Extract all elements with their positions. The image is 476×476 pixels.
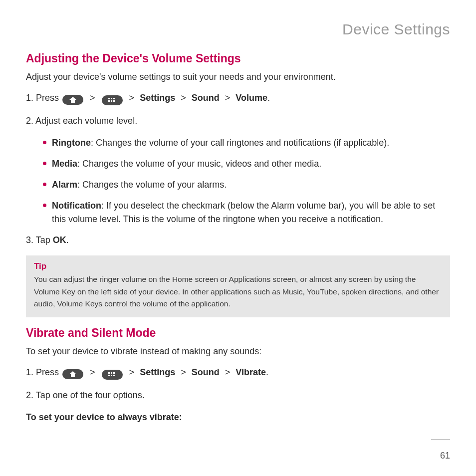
sep: > [129,93,135,103]
path-sound: Sound [192,367,220,377]
svg-rect-6 [108,372,110,374]
path-settings: Settings [140,93,175,103]
list-item: Ringtone: Changes the volume of your cal… [43,136,450,149]
svg-rect-9 [108,375,110,376]
intro-text-2: To set your device to vibrate instead of… [26,345,450,358]
svg-rect-3 [108,100,110,102]
step-3: 3. Tap OK. [26,234,450,246]
path-vibrate: Vibrate [236,367,266,377]
home-key-icon [62,369,83,379]
path-settings: Settings [140,367,175,377]
step-1: 1. Press > > Settings > Sound > Volume. [26,91,450,105]
step-2b: 2. Tap one of the four options. [26,389,450,402]
ok-label: OK [53,235,66,245]
svg-rect-7 [111,372,112,374]
svg-rect-8 [113,372,115,374]
svg-rect-1 [111,98,112,99]
svg-rect-5 [113,100,115,102]
tip-box: Tip You can adjust the ringer volume on … [26,255,450,317]
path-volume: Volume [236,93,267,103]
manual-page: Device Settings Adjusting the Device's V… [0,0,476,476]
apps-key-icon [102,95,123,105]
period: . [267,93,270,103]
sep: > [90,367,95,377]
bullet-text: : If you deselect the checkmark (below t… [52,201,435,224]
step-1b: 1. Press > > Settings > Sound > Vibrate. [26,366,450,380]
list-item: Notification: If you deselect the checkm… [43,199,450,225]
page-header: Device Settings [26,21,450,38]
bullet-label: Alarm [52,180,77,190]
svg-rect-10 [111,375,112,376]
intro-text: Adjust your device's volume settings to … [26,70,450,83]
svg-rect-11 [113,375,115,376]
volume-bullets: Ringtone: Changes the volume of your cal… [26,136,450,225]
bullet-text: : Changes the volume of your call ringto… [91,138,389,148]
bullet-text: : Changes the volume of your music, vide… [77,159,321,169]
bullet-label: Media [52,159,77,169]
sep: > [181,367,186,377]
sep: > [129,367,135,377]
apps-key-icon [102,370,123,380]
sep: > [225,367,231,377]
section-title-volume: Adjusting the Device's Volume Settings [26,52,450,65]
period: . [66,235,69,245]
step-text: 3. Tap [26,235,53,245]
subheading-always-vibrate: To set your device to always vibrate: [26,411,450,424]
bullet-text: : Changes the volume of your alarms. [77,180,227,190]
period: . [266,367,268,377]
sep: > [225,93,231,103]
home-key-icon [62,95,83,105]
svg-rect-2 [113,98,115,99]
tip-label: Tip [34,261,442,271]
step-text: 1. Press [26,367,59,377]
step-text: 1. Press [26,93,59,103]
page-number: 61 [440,451,450,461]
bullet-label: Ringtone [52,138,91,148]
list-item: Alarm: Changes the volume of your alarms… [43,178,450,191]
svg-rect-4 [111,100,112,102]
sep: > [181,93,186,103]
svg-rect-0 [108,98,110,99]
sep: > [90,93,95,103]
section-title-vibrate: Vibrate and Silent Mode [26,326,450,340]
list-item: Media: Changes the volume of your music,… [43,157,450,170]
step-2: 2. Adjust each volume level. [26,114,450,127]
path-sound: Sound [192,93,220,103]
bullet-label: Notification [52,201,101,211]
tip-body: You can adjust the ringer volume on the … [34,273,442,310]
